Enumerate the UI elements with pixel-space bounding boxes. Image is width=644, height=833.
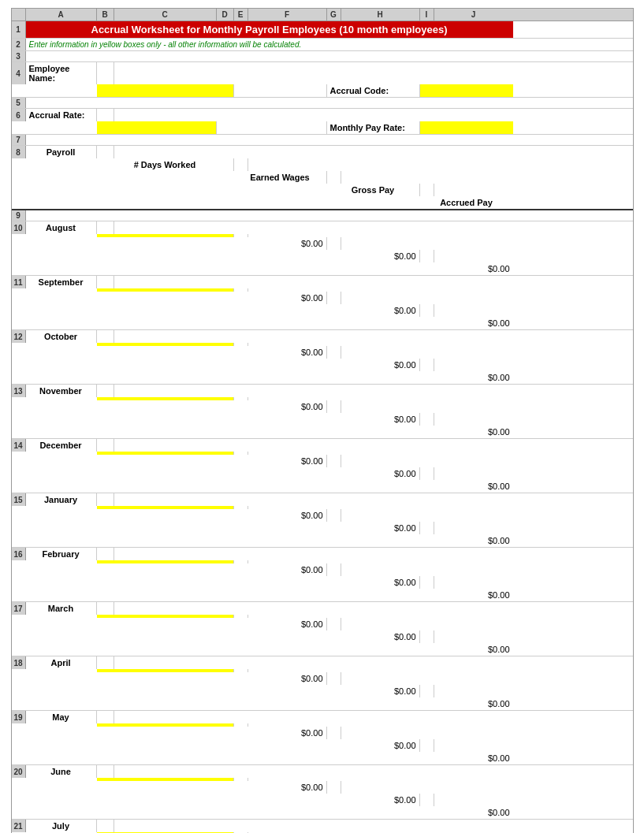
row-5-num: 5 bbox=[12, 98, 26, 108]
earned-nov: $0.00 bbox=[234, 400, 327, 413]
gross-mar: $0.00 bbox=[327, 630, 420, 643]
accrued-feb: $0.00 bbox=[420, 589, 513, 601]
row-18-num: 18 bbox=[12, 656, 26, 669]
worksheet-title: Accrual Worksheet for Monthly Payroll Em… bbox=[26, 21, 513, 38]
employee-name-input[interactable] bbox=[97, 84, 234, 97]
days-may-input[interactable] bbox=[97, 723, 234, 727]
earned-feb: $0.00 bbox=[234, 563, 327, 576]
month-february: February bbox=[26, 548, 97, 560]
row-16-num: 16 bbox=[12, 548, 26, 560]
accrual-code-label: Accrual Code: bbox=[327, 84, 420, 97]
row-3-empty bbox=[26, 51, 513, 61]
accrued-jan: $0.00 bbox=[420, 534, 513, 547]
accrued-dec: $0.00 bbox=[420, 480, 513, 493]
row-9-empty bbox=[26, 210, 513, 221]
row-12-num: 12 bbox=[12, 330, 26, 343]
row-7-empty bbox=[26, 135, 513, 145]
row-1-num: 1 bbox=[12, 21, 26, 38]
accrual-rate-label: Accrual Rate: bbox=[26, 109, 97, 121]
days-jun-input[interactable] bbox=[97, 778, 234, 781]
accrual-code-input[interactable] bbox=[420, 84, 513, 97]
days-oct-input[interactable] bbox=[97, 343, 234, 346]
accrual-rate-input[interactable] bbox=[97, 121, 217, 134]
accrued-sep: $0.00 bbox=[420, 317, 513, 329]
row-11-num: 11 bbox=[12, 276, 26, 288]
month-january: January bbox=[26, 493, 97, 506]
row-19-num: 19 bbox=[12, 711, 26, 723]
gross-august1: $0.00 bbox=[327, 250, 420, 262]
col-de-empty-6 bbox=[217, 121, 327, 134]
month-april: April bbox=[26, 656, 97, 669]
worksheet-subtitle: Enter information in yellow boxes only -… bbox=[26, 39, 513, 50]
days-apr-input[interactable] bbox=[97, 669, 234, 672]
gross-may: $0.00 bbox=[327, 739, 420, 752]
month-september: September bbox=[26, 276, 97, 288]
accrued-apr: $0.00 bbox=[420, 697, 513, 710]
earned-sep: $0.00 bbox=[234, 292, 327, 304]
gross-oct: $0.00 bbox=[327, 359, 420, 371]
gross-sep: $0.00 bbox=[327, 304, 420, 317]
row-10-num: 10 bbox=[12, 221, 26, 234]
row-21-num: 21 bbox=[12, 820, 26, 832]
month-june: June bbox=[26, 765, 97, 778]
col-c-header: C bbox=[114, 9, 217, 20]
col-a-header: A bbox=[26, 9, 97, 20]
days-august1-input[interactable] bbox=[97, 234, 234, 237]
data-row-december: 14 December $0.00 $0.00 $0.00 bbox=[12, 439, 633, 493]
month-may: May bbox=[26, 711, 97, 723]
earned-jan: $0.00 bbox=[234, 509, 327, 522]
days-mar-input[interactable] bbox=[97, 615, 234, 618]
row-5-empty bbox=[26, 98, 513, 108]
col-j-header: J bbox=[434, 9, 513, 20]
days-worked-header: # Days Worked bbox=[97, 158, 234, 171]
col-d-header: D bbox=[217, 9, 234, 20]
row-3-num: 3 bbox=[12, 51, 26, 61]
earned-mar: $0.00 bbox=[234, 618, 327, 630]
month-november: November bbox=[26, 385, 97, 397]
days-feb-input[interactable] bbox=[97, 560, 234, 563]
earned-may: $0.00 bbox=[234, 727, 327, 739]
data-row-january: 15 January $0.00 $0.00 $0.00 bbox=[12, 493, 633, 548]
month-october: October bbox=[26, 330, 97, 343]
data-row-march: 17 March $0.00 $0.00 $0.00 bbox=[12, 602, 633, 656]
col-i-header: I bbox=[420, 9, 434, 20]
gross-apr: $0.00 bbox=[327, 685, 420, 697]
earned-wages-header: Earned Wages bbox=[234, 171, 327, 184]
data-row-february: 16 February $0.00 $0.00 $0.00 bbox=[12, 548, 633, 602]
gross-jan: $0.00 bbox=[327, 522, 420, 534]
days-sep-input[interactable] bbox=[97, 288, 234, 292]
monthly-pay-rate-input[interactable] bbox=[420, 121, 513, 134]
row-8-num: 8 bbox=[12, 146, 26, 158]
earned-apr: $0.00 bbox=[234, 672, 327, 685]
days-jan-input[interactable] bbox=[97, 506, 234, 509]
data-row-october: 12 October $0.00 $0.00 $0.00 bbox=[12, 330, 633, 385]
data-row-april: 18 April $0.00 $0.00 $0.00 bbox=[12, 656, 633, 711]
row-17-num: 17 bbox=[12, 602, 26, 615]
col-e-header: E bbox=[234, 9, 248, 20]
row-15-num: 15 bbox=[12, 493, 26, 506]
row-14-num: 14 bbox=[12, 439, 26, 452]
row-6-num: 6 bbox=[12, 109, 26, 121]
accrued-jun: $0.00 bbox=[420, 806, 513, 819]
days-dec-input[interactable] bbox=[97, 452, 234, 455]
monthly-pay-rate-label: Monthly Pay Rate: bbox=[327, 121, 420, 134]
earned-jun: $0.00 bbox=[234, 781, 327, 794]
gross-feb: $0.00 bbox=[327, 576, 420, 589]
data-row-september: 11 September $0.00 $0.00 $0.00 bbox=[12, 276, 633, 330]
data-row-june: 20 June $0.00 $0.00 $0.00 bbox=[12, 765, 633, 820]
data-row-july: 21 July $0.00 $0.00 $0.00 bbox=[12, 820, 633, 833]
col-b-empty-6 bbox=[97, 109, 114, 121]
earned-dec: $0.00 bbox=[234, 455, 327, 467]
row-13-num: 13 bbox=[12, 385, 26, 397]
gross-dec: $0.00 bbox=[327, 467, 420, 480]
earned-august1: $0.00 bbox=[234, 237, 327, 250]
accrued-may: $0.00 bbox=[420, 752, 513, 764]
days-nov-input[interactable] bbox=[97, 397, 234, 400]
data-row-november: 13 November $0.00 $0.00 $0.00 bbox=[12, 385, 633, 439]
gross-jun: $0.00 bbox=[327, 794, 420, 806]
row-number-header bbox=[12, 9, 26, 20]
col-h-header: H bbox=[341, 9, 420, 20]
payroll-header: Payroll bbox=[26, 146, 97, 158]
month-july: July bbox=[26, 820, 97, 832]
month-december: December bbox=[26, 439, 97, 452]
